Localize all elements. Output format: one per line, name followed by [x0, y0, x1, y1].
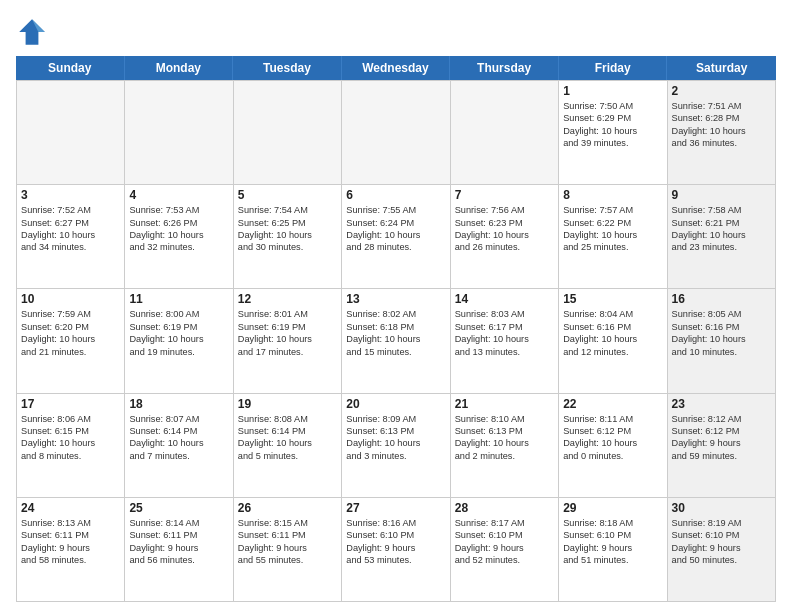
day-number: 28	[455, 501, 554, 515]
cell-info-line: Daylight: 9 hours	[129, 542, 228, 554]
cell-info-line: Daylight: 10 hours	[129, 437, 228, 449]
cell-info-line: Daylight: 10 hours	[672, 125, 771, 137]
day-number: 12	[238, 292, 337, 306]
cell-info-line: and 17 minutes.	[238, 346, 337, 358]
cell-info-line: Sunset: 6:12 PM	[672, 425, 771, 437]
day-number: 9	[672, 188, 771, 202]
cell-info-line: Daylight: 10 hours	[563, 333, 662, 345]
cell-info-line: Sunrise: 8:01 AM	[238, 308, 337, 320]
calendar-cell: 11Sunrise: 8:00 AMSunset: 6:19 PMDayligh…	[125, 289, 233, 393]
cell-info-line: Daylight: 10 hours	[21, 437, 120, 449]
cell-info-line: and 19 minutes.	[129, 346, 228, 358]
weekday-header: Friday	[559, 56, 668, 80]
cell-info-line: Sunset: 6:11 PM	[238, 529, 337, 541]
cell-info-line: Sunset: 6:26 PM	[129, 217, 228, 229]
cell-info-line: and 26 minutes.	[455, 241, 554, 253]
calendar-cell: 4Sunrise: 7:53 AMSunset: 6:26 PMDaylight…	[125, 185, 233, 289]
cell-info-line: and 58 minutes.	[21, 554, 120, 566]
cell-info-line: Sunrise: 7:55 AM	[346, 204, 445, 216]
calendar-cell: 1Sunrise: 7:50 AMSunset: 6:29 PMDaylight…	[559, 81, 667, 185]
cell-info-line: Daylight: 10 hours	[346, 437, 445, 449]
cell-info-line: and 0 minutes.	[563, 450, 662, 462]
cell-info-line: Daylight: 10 hours	[129, 229, 228, 241]
calendar-cell: 12Sunrise: 8:01 AMSunset: 6:19 PMDayligh…	[234, 289, 342, 393]
cell-info-line: and 59 minutes.	[672, 450, 771, 462]
calendar-cell: 2Sunrise: 7:51 AMSunset: 6:28 PMDaylight…	[668, 81, 776, 185]
day-number: 25	[129, 501, 228, 515]
calendar-cell: 17Sunrise: 8:06 AMSunset: 6:15 PMDayligh…	[17, 394, 125, 498]
calendar-cell: 6Sunrise: 7:55 AMSunset: 6:24 PMDaylight…	[342, 185, 450, 289]
cell-info-line: Sunset: 6:11 PM	[129, 529, 228, 541]
cell-info-line: Sunset: 6:21 PM	[672, 217, 771, 229]
cell-info-line: and 15 minutes.	[346, 346, 445, 358]
cell-info-line: and 36 minutes.	[672, 137, 771, 149]
cell-info-line: Sunrise: 8:09 AM	[346, 413, 445, 425]
weekday-header: Saturday	[667, 56, 776, 80]
cell-info-line: Daylight: 10 hours	[21, 333, 120, 345]
calendar-cell: 18Sunrise: 8:07 AMSunset: 6:14 PMDayligh…	[125, 394, 233, 498]
cell-info-line: and 39 minutes.	[563, 137, 662, 149]
cell-info-line: and 34 minutes.	[21, 241, 120, 253]
cell-info-line: Sunrise: 7:56 AM	[455, 204, 554, 216]
calendar-cell: 15Sunrise: 8:04 AMSunset: 6:16 PMDayligh…	[559, 289, 667, 393]
weekday-header: Wednesday	[342, 56, 451, 80]
cell-info-line: Sunrise: 8:17 AM	[455, 517, 554, 529]
day-number: 3	[21, 188, 120, 202]
cell-info-line: Sunset: 6:23 PM	[455, 217, 554, 229]
calendar-cell: 25Sunrise: 8:14 AMSunset: 6:11 PMDayligh…	[125, 498, 233, 602]
cell-info-line: Sunset: 6:19 PM	[238, 321, 337, 333]
cell-info-line: Sunrise: 8:04 AM	[563, 308, 662, 320]
cell-info-line: Sunrise: 8:14 AM	[129, 517, 228, 529]
cell-info-line: Sunrise: 8:06 AM	[21, 413, 120, 425]
cell-info-line: Sunset: 6:25 PM	[238, 217, 337, 229]
calendar-body: 1Sunrise: 7:50 AMSunset: 6:29 PMDaylight…	[16, 80, 776, 602]
weekday-header: Sunday	[16, 56, 125, 80]
cell-info-line: Daylight: 9 hours	[672, 437, 771, 449]
weekday-header: Thursday	[450, 56, 559, 80]
cell-info-line: Sunset: 6:18 PM	[346, 321, 445, 333]
calendar-cell: 16Sunrise: 8:05 AMSunset: 6:16 PMDayligh…	[668, 289, 776, 393]
day-number: 19	[238, 397, 337, 411]
cell-info-line: Sunset: 6:24 PM	[346, 217, 445, 229]
cell-info-line: Daylight: 10 hours	[563, 125, 662, 137]
cell-info-line: Sunrise: 8:19 AM	[672, 517, 771, 529]
cell-info-line: Sunset: 6:10 PM	[455, 529, 554, 541]
cell-info-line: Sunrise: 7:53 AM	[129, 204, 228, 216]
cell-info-line: Daylight: 10 hours	[455, 437, 554, 449]
cell-info-line: Daylight: 10 hours	[455, 333, 554, 345]
day-number: 4	[129, 188, 228, 202]
cell-info-line: Sunset: 6:14 PM	[238, 425, 337, 437]
cell-info-line: and 23 minutes.	[672, 241, 771, 253]
cell-info-line: Sunrise: 8:16 AM	[346, 517, 445, 529]
cell-info-line: Daylight: 10 hours	[346, 229, 445, 241]
cell-info-line: Sunrise: 7:51 AM	[672, 100, 771, 112]
cell-info-line: Sunrise: 7:57 AM	[563, 204, 662, 216]
cell-info-line: Sunrise: 8:10 AM	[455, 413, 554, 425]
cell-info-line: Sunset: 6:12 PM	[563, 425, 662, 437]
cell-info-line: Sunset: 6:10 PM	[563, 529, 662, 541]
calendar: SundayMondayTuesdayWednesdayThursdayFrid…	[16, 56, 776, 602]
cell-info-line: Sunrise: 7:50 AM	[563, 100, 662, 112]
cell-info-line: and 7 minutes.	[129, 450, 228, 462]
cell-info-line: Daylight: 10 hours	[455, 229, 554, 241]
cell-info-line: Sunrise: 8:03 AM	[455, 308, 554, 320]
cell-info-line: and 2 minutes.	[455, 450, 554, 462]
day-number: 23	[672, 397, 771, 411]
page: SundayMondayTuesdayWednesdayThursdayFrid…	[0, 0, 792, 612]
day-number: 20	[346, 397, 445, 411]
cell-info-line: Daylight: 10 hours	[563, 437, 662, 449]
day-number: 22	[563, 397, 662, 411]
calendar-cell: 14Sunrise: 8:03 AMSunset: 6:17 PMDayligh…	[451, 289, 559, 393]
cell-info-line: Sunrise: 8:15 AM	[238, 517, 337, 529]
cell-info-line: Sunset: 6:29 PM	[563, 112, 662, 124]
cell-info-line: Sunset: 6:10 PM	[346, 529, 445, 541]
calendar-cell	[125, 81, 233, 185]
cell-info-line: Sunrise: 8:12 AM	[672, 413, 771, 425]
logo-icon	[16, 16, 48, 48]
calendar-cell: 7Sunrise: 7:56 AMSunset: 6:23 PMDaylight…	[451, 185, 559, 289]
cell-info-line: Sunrise: 8:11 AM	[563, 413, 662, 425]
cell-info-line: Daylight: 10 hours	[129, 333, 228, 345]
cell-info-line: Sunset: 6:16 PM	[672, 321, 771, 333]
day-number: 5	[238, 188, 337, 202]
calendar-cell: 3Sunrise: 7:52 AMSunset: 6:27 PMDaylight…	[17, 185, 125, 289]
